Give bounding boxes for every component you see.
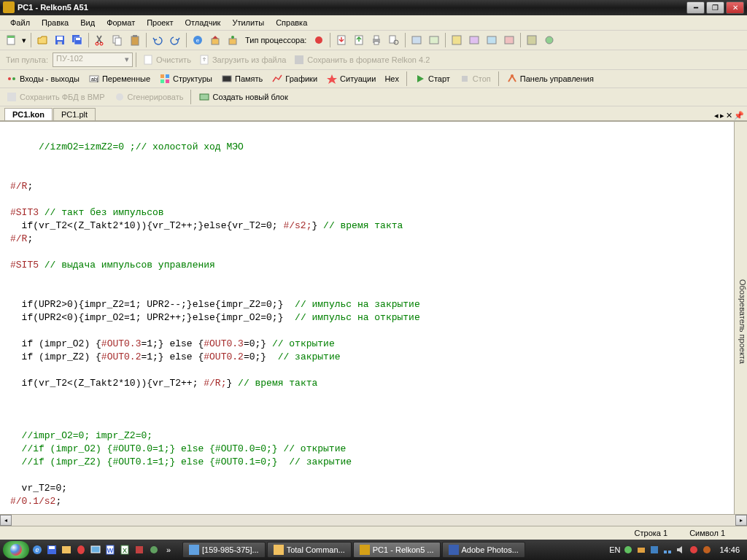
svg-text:ab|: ab| [91, 77, 98, 82]
panel-type-dropdown[interactable]: ПУ-102 [53, 52, 133, 67]
graphs-button[interactable]: Графики [268, 71, 320, 86]
tab-close-icon[interactable]: ✕ [726, 111, 732, 120]
stop-button[interactable]: Стоп [456, 71, 494, 86]
quicklaunch-expand-icon[interactable]: » [162, 543, 175, 556]
quicklaunch-app2-icon[interactable] [147, 543, 160, 556]
menu-view[interactable]: Вид [74, 17, 101, 28]
tool3-button[interactable] [449, 32, 465, 48]
tab-next-icon[interactable]: ▸ [720, 111, 724, 120]
hex-button[interactable]: Hex [382, 73, 402, 85]
tab-prev-icon[interactable]: ◂ [714, 111, 719, 120]
env-button[interactable]: e [190, 32, 206, 48]
quicklaunch-opera-icon[interactable] [74, 543, 88, 556]
horizontal-scrollbar[interactable]: ◂ ▸ [0, 514, 747, 526]
tray-icon-2[interactable] [636, 545, 646, 555]
language-indicator[interactable]: EN [609, 545, 620, 554]
tool7-button[interactable] [524, 32, 540, 48]
menu-utilities[interactable]: Утилиты [226, 17, 270, 28]
quicklaunch-tc-icon[interactable] [60, 543, 73, 556]
save-all-button[interactable] [69, 32, 85, 48]
menu-debugger[interactable]: Отладчик [179, 17, 226, 28]
save-relkon-button[interactable]: Сохранить в формате Relkon 4.2 [290, 52, 433, 67]
new-block-button[interactable]: Создать новый блок [196, 90, 290, 104]
svg-rect-35 [144, 55, 152, 64]
redo-button[interactable] [167, 32, 183, 48]
tray-volume-icon[interactable] [676, 545, 686, 555]
svg-rect-72 [664, 551, 667, 553]
clear-button[interactable]: Очистить [139, 52, 194, 67]
svg-point-34 [546, 36, 553, 44]
project-explorer-panel[interactable]: Обозреватель проекта [734, 122, 747, 514]
tab-pc1-plt[interactable]: PC1.plt [53, 108, 96, 120]
io-button[interactable]: Входы - выходы [3, 71, 82, 86]
quicklaunch-ie-icon[interactable]: e [31, 543, 44, 556]
quicklaunch-desktop-icon[interactable] [89, 543, 102, 556]
print-preview-button[interactable] [386, 32, 402, 48]
cut-button[interactable] [92, 32, 108, 48]
quicklaunch-word-icon[interactable]: W [104, 543, 117, 556]
quicklaunch-save-icon[interactable] [45, 543, 58, 556]
tray-network-icon[interactable] [662, 545, 673, 555]
scroll-right-icon[interactable]: ▸ [735, 515, 747, 526]
situations-button[interactable]: Ситуации [323, 71, 379, 86]
maximize-button[interactable]: ❐ [706, 1, 724, 14]
cpu-record-button[interactable] [311, 32, 327, 48]
tool4-button[interactable] [466, 32, 482, 48]
memory-button[interactable]: Память [218, 71, 266, 86]
scroll-left-icon[interactable]: ◂ [0, 515, 12, 526]
taskbar-item-3[interactable]: PC1 - Relkon5 ... [353, 542, 441, 558]
control-panel-button[interactable]: Панель управления [503, 71, 597, 86]
start-button[interactable] [3, 541, 29, 559]
svg-point-64 [150, 546, 158, 553]
download-button[interactable] [333, 32, 349, 48]
undo-button[interactable] [150, 32, 166, 48]
quicklaunch-app1-icon[interactable] [133, 543, 146, 556]
new-button[interactable] [3, 32, 19, 48]
statusbar: Строка 1 Символ 1 [0, 526, 747, 540]
print-button[interactable] [368, 32, 384, 48]
toolbar-tools: Входы - выходы ab|Переменные Структуры П… [0, 70, 747, 88]
menu-file[interactable]: Файл [4, 17, 36, 28]
upload-button[interactable] [351, 32, 367, 48]
copy-button[interactable] [109, 32, 125, 48]
save-fbd-button[interactable]: Сохранить ФБД в BMP [3, 90, 108, 104]
tool8-button[interactable] [541, 32, 557, 48]
toolbar-main: ▾ e Тип процессора: [0, 31, 747, 50]
taskbar-item-4[interactable]: Adobe Photos... [442, 542, 525, 558]
tool2-button[interactable] [426, 32, 442, 48]
tool1-button[interactable] [409, 32, 425, 48]
structures-button[interactable]: Структуры [156, 71, 215, 86]
tab-pin-icon[interactable]: 📌 [734, 111, 744, 120]
menu-edit[interactable]: Правка [36, 17, 74, 28]
build-button[interactable] [207, 32, 223, 48]
start-button[interactable]: Старт [411, 71, 453, 86]
generate-button[interactable]: Сгенерировать [111, 90, 187, 104]
svg-rect-30 [470, 36, 479, 44]
build2-button[interactable] [225, 32, 241, 48]
tool5-button[interactable] [484, 32, 500, 48]
minimize-button[interactable]: ━ [686, 1, 705, 14]
tool6-button[interactable] [501, 32, 517, 48]
svg-rect-29 [452, 36, 461, 44]
load-from-file-button[interactable]: Загрузить из файла [196, 52, 289, 67]
save-button[interactable] [52, 32, 68, 48]
clock[interactable]: 14:46 [715, 545, 740, 554]
tray-icon-3[interactable] [649, 545, 659, 555]
open-button[interactable] [34, 32, 50, 48]
taskbar-item-2[interactable]: Total Comman... [267, 542, 352, 558]
code-editor[interactable]: //izmO2=izmZ2=0 ;// холостой ход МЭО #/R… [0, 122, 734, 514]
taskbar-item-1[interactable]: [159-985-375]... [182, 542, 266, 558]
tray-icon-1[interactable] [623, 545, 633, 555]
tray-icon-6[interactable] [689, 545, 699, 555]
svg-rect-55 [49, 546, 55, 549]
menu-help[interactable]: Справка [270, 17, 313, 28]
variables-button[interactable]: ab|Переменные [85, 71, 153, 86]
tray-icon-7[interactable] [702, 545, 712, 555]
tab-pc1-kon[interactable]: PC1.kon [4, 108, 53, 120]
menu-project[interactable]: Проект [141, 17, 179, 28]
quicklaunch-excel-icon[interactable]: X [118, 543, 131, 556]
menu-format[interactable]: Формат [101, 17, 141, 28]
paste-button[interactable] [127, 32, 143, 48]
close-button[interactable]: ✕ [726, 1, 744, 14]
new-dropdown[interactable]: ▾ [20, 32, 28, 48]
